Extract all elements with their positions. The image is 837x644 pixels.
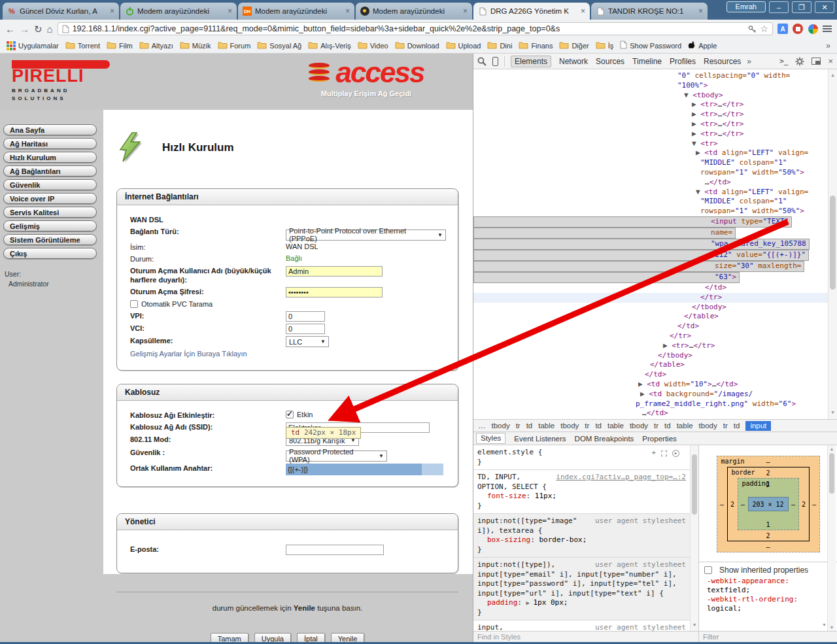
settings-gear-icon[interactable] [795, 57, 804, 66]
sidebar-item--k-[interactable]: Çıkış [3, 248, 97, 259]
breadcrumb-item[interactable]: tbody [699, 422, 717, 430]
bookmark-folder[interactable]: Video [358, 41, 388, 50]
style-property[interactable]: box-sizing: border-box; [477, 535, 686, 545]
dom-tree-line[interactable]: …</td> [473, 409, 837, 418]
key-icon[interactable] [748, 25, 757, 33]
dom-tree-line[interactable]: ▶ <tr>…</tr> [473, 100, 837, 110]
dom-tree-line[interactable]: "0" cellspacing="0" width= [473, 71, 837, 81]
input-vpi-[interactable]: 0 [286, 311, 325, 322]
sidebar-item-a-haritas-[interactable]: Ağ Haritası [3, 138, 97, 149]
dom-tree-line[interactable]: ▶ <tr>…</tr> [473, 129, 837, 139]
dom-tree-line[interactable]: </tbody> [473, 303, 837, 313]
bookmark-folder[interactable]: Dini [487, 41, 512, 50]
tab-close-icon[interactable]: × [110, 7, 114, 16]
dom-tree-line[interactable]: </td> [473, 283, 837, 293]
bookmark-item[interactable]: Apple [688, 41, 717, 51]
dom-tree-line[interactable]: name= [473, 228, 736, 239]
translate-extension-icon[interactable]: A [777, 24, 788, 34]
checkbox[interactable] [130, 300, 138, 308]
inspect-search-icon[interactable] [477, 57, 487, 66]
browser-tab[interactable]: DHModem arayüzündeki× [238, 3, 354, 20]
profile-button[interactable]: Emrah [726, 1, 766, 12]
browser-tab[interactable]: %Güncel Döviz Kurları, A× [3, 3, 119, 20]
dom-tree-line[interactable]: 112" value="{[(+-)]}" [473, 250, 809, 261]
bookmark-folder[interactable]: Müzik [180, 41, 211, 50]
breadcrumb-item[interactable]: tr [723, 422, 728, 430]
dom-tree-line[interactable]: ▼ <tbody> [473, 91, 837, 101]
style-property[interactable]: padding: ▶ 1px 0px; [477, 598, 686, 608]
bookmark-folder[interactable]: Film [107, 41, 133, 50]
dom-tree-line[interactable]: </table> [473, 312, 837, 322]
dom-tree-line[interactable]: </tr> [473, 293, 837, 303]
dom-tree-line[interactable]: ▶ <td align="LEFT" valign= [473, 148, 837, 158]
browser-tab[interactable]: Modem arayüzündeki× [356, 3, 472, 20]
dom-tree-line[interactable]: ▶ <td width="10">…</td> [473, 380, 837, 390]
reload-icon[interactable]: ↻ [34, 24, 43, 34]
box-model-padding[interactable]: padding 1 1 – – 203 × 12 [738, 478, 799, 530]
bookmark-folder[interactable]: Altyazı [139, 41, 173, 50]
styles-scrollbar[interactable]: ▼ [690, 445, 698, 631]
console-icon[interactable]: >_ [779, 57, 788, 65]
breadcrumb-item[interactable]: td [595, 422, 602, 430]
devtools-tab-network[interactable]: Network [559, 57, 588, 66]
bookmark-folder[interactable]: İş [596, 41, 614, 50]
tab-close-icon[interactable]: × [581, 7, 585, 16]
devtools-tab-timeline[interactable]: Timeline [632, 57, 662, 66]
input-oturum-a-ma-ifresi-[interactable]: •••••••• [286, 287, 383, 297]
bookmark-folder[interactable]: Diğer [559, 41, 589, 50]
breadcrumb-item[interactable]: table [607, 422, 624, 430]
maximize-button[interactable]: ❐ [792, 1, 811, 13]
close-button[interactable]: ✕ [815, 1, 834, 13]
elements-scrollbar[interactable]: ▲▼ [828, 69, 837, 419]
dom-tree-line[interactable]: </tr> [473, 331, 837, 341]
dom-tree-line[interactable]: </td> [473, 322, 837, 331]
select-g-venlik-[interactable]: Password Protected (WPA)▼ [286, 450, 387, 462]
box-model-content[interactable]: 203 × 12 [748, 497, 789, 511]
find-in-styles-bar[interactable]: Find in Styles [473, 631, 698, 642]
dom-tree-line[interactable]: "wpa_shared_key_105788 [473, 239, 810, 250]
devtools-tab-sources[interactable]: Sources [596, 57, 624, 66]
element-state-icon[interactable] [661, 450, 667, 456]
sidebar-item-a-ba-lant-lar-[interactable]: Ağ Bağlantıları [3, 165, 97, 177]
pane-tab-event-listeners[interactable]: Event Listeners [514, 435, 566, 443]
toolbar-overflow-icon[interactable]: » [747, 57, 751, 66]
pane-tab-styles[interactable]: Styles [476, 433, 505, 444]
bookmark-folder[interactable]: Torrent [65, 41, 100, 50]
metrics-scrollbar[interactable]: ▲ ▼ [827, 445, 836, 631]
browser-tab[interactable]: TANDIR KROŞE NO:1× [591, 3, 708, 20]
breadcrumb-item[interactable]: td [734, 422, 740, 430]
dom-tree-line[interactable]: ▶ <tr>…</tr> [473, 120, 837, 129]
chrome-menu-icon[interactable] [823, 25, 832, 32]
stylesheet-link[interactable]: index.cgi?activ…p_page_top=…:2 [556, 473, 686, 483]
minimize-button[interactable]: – [769, 1, 789, 13]
browser-tab[interactable]: DRG A226G Yönetim K× [473, 3, 590, 20]
bookmark-apps[interactable]: Uygulamalar [7, 41, 59, 50]
dom-tree-line[interactable]: ▼ <td align="LEFT" valign= [473, 188, 837, 197]
inspected-field-highlight[interactable]: {[(+-)]} [286, 464, 446, 475]
dom-tree-line[interactable]: ▶ <td background="/images/ [473, 390, 837, 399]
breadcrumb-item[interactable]: tbody [492, 422, 510, 430]
bookmark-item[interactable]: Show Password [620, 41, 681, 50]
home-icon[interactable]: ⌂ [47, 24, 53, 34]
bookmarks-overflow-icon[interactable]: » [826, 41, 830, 50]
sidebar-item-h-zl-kurulum[interactable]: Hızlı Kurulum [3, 152, 97, 163]
dom-tree-line[interactable]: </td> [473, 370, 837, 380]
show-inherited-checkbox[interactable] [704, 566, 712, 574]
dom-tree-line[interactable]: ▶ <tr>…</tr> [473, 341, 837, 351]
dom-tree-line[interactable]: </tr> [473, 418, 837, 419]
advanced-settings-link[interactable]: Gelişmiş Ayarlar İçin Buraya Tıklayın [130, 350, 247, 358]
tab-close-icon[interactable]: × [345, 7, 350, 16]
breadcrumb-item[interactable]: … [478, 422, 486, 430]
sidebar-item-g-venlik[interactable]: Güvenlik [3, 179, 97, 190]
breadcrumb-item[interactable]: tbody [630, 422, 648, 430]
dom-tree-line[interactable]: rowspan="1" width="50%"> [473, 168, 837, 178]
breadcrumb-item[interactable]: tr [654, 422, 658, 430]
sidebar-item-ana-sayfa[interactable]: Ana Sayfa [3, 124, 97, 135]
bookmark-folder[interactable]: Alış-Veriş [308, 41, 350, 50]
checkbox-enable-wireless[interactable] [286, 411, 294, 418]
breadcrumb-item[interactable]: tr [516, 422, 521, 430]
adblock-extension-icon[interactable] [793, 24, 803, 34]
box-model-margin[interactable]: margin – – – – border 2 2 2 2 [717, 456, 820, 552]
sidebar-item-sistem-g-r-nt-leme[interactable]: Sistem Görüntüleme [3, 234, 97, 245]
new-style-rule-icon[interactable]: + [651, 449, 656, 458]
